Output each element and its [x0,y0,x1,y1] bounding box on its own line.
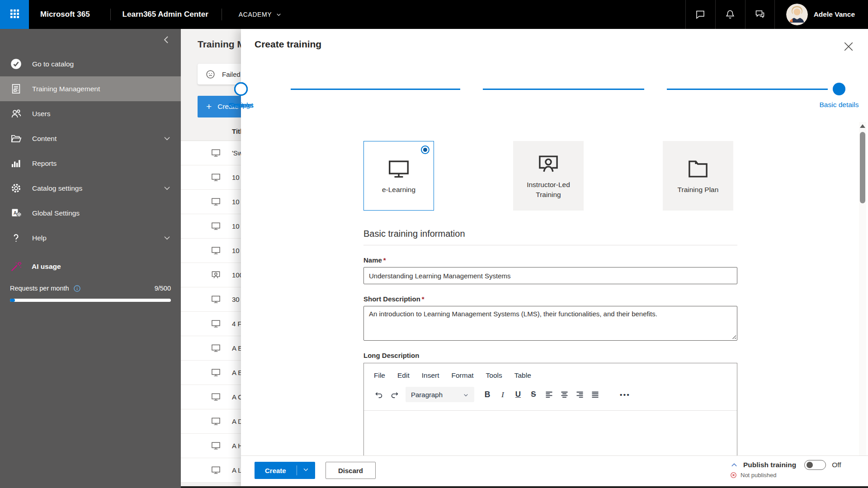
discard-button[interactable]: Discard [326,462,376,479]
monitor-icon [387,157,411,181]
editor-menu-table[interactable]: Table [510,370,535,381]
stepper-line [483,89,644,90]
short-description-field[interactable]: An introduction to Learning Management S… [363,306,737,341]
sidebar-collapse-button[interactable] [161,34,172,45]
scrollbar-up-arrow[interactable] [859,123,866,129]
type-card-instructor-led-training[interactable]: Instructor-Led Training [513,141,584,211]
editor-menu-edit[interactable]: Edit [393,370,414,381]
align-left-icon[interactable] [541,387,557,402]
progress-fill [10,299,15,302]
document-icon [10,83,22,95]
sidebar-item-go-to-catalog[interactable]: Go to catalog [0,52,181,76]
sidebar-item-content[interactable]: Content [0,126,181,151]
requests-value: 9/500 [155,285,171,292]
sidebar-item-label: Go to catalog [32,60,74,68]
chevron-up-icon[interactable] [730,461,738,469]
panel-footer: Create Discard Publish training Off Not … [241,455,868,488]
step-basic-details[interactable]: Basic details [789,83,868,109]
step-label: People [191,101,291,109]
sidebar-item-label: Help [32,234,47,242]
bar-chart-icon [10,157,22,169]
create-button[interactable]: Create [255,462,297,479]
row-title: 10 [232,222,240,230]
chat-icon [695,9,706,20]
sidebar-item-users[interactable]: Users [0,101,181,126]
editor-menubar: FileEditInsertFormatToolsTable [364,363,737,381]
chevron-down-icon [163,234,171,242]
undo-icon[interactable] [371,387,387,402]
radio-selected-icon [421,145,429,154]
sidebar-item-label: Catalog settings [32,184,82,192]
align-right-icon[interactable] [572,387,587,402]
redo-icon[interactable] [387,387,402,402]
step-label: Basic details [789,101,868,109]
topbar-icon-button[interactable] [715,0,745,29]
type-card-training-plan[interactable]: Training Plan [663,141,733,211]
strikethrough-icon[interactable]: S [526,387,541,402]
more-toolbar-icon[interactable]: ••• [616,387,634,402]
paragraph-style-select[interactable]: Paragraph [406,387,474,402]
editor-menu-format[interactable]: Format [447,370,477,381]
underline-icon[interactable]: U [510,387,526,402]
align-justify-icon[interactable] [587,387,603,402]
not-published-icon [730,472,737,479]
ai-usage-label: AI usage [32,263,61,271]
sidebar-item-training-management[interactable]: Training Management [0,76,181,101]
monitor-icon [211,148,221,158]
editor-menu-tools[interactable]: Tools [482,370,506,381]
checkmark-circle-icon [10,58,22,70]
publish-status: Not published [730,472,841,479]
long-description-field[interactable] [364,411,737,420]
sidebar-item-reports[interactable]: Reports [0,151,181,176]
create-training-panel: Create training Basic details Content Se… [241,29,868,488]
account-menu[interactable]: Adele Vance [786,0,855,29]
info-icon[interactable] [73,285,81,292]
align-center-icon[interactable] [557,387,572,402]
create-options-dropdown[interactable] [297,462,315,479]
magic-wand-icon [10,261,22,272]
scrollbar-thumb[interactable] [860,132,865,203]
topbar-icon-buttons [685,0,775,29]
sidebar: Go to catalog Training Management Users … [0,29,181,488]
short-description-label: Short Description* [363,295,737,303]
sidebar-item-help[interactable]: Help [0,225,181,250]
monitor-icon [211,367,221,378]
column-header-title: Titl [232,127,242,135]
row-title: 30 [232,296,240,303]
row-title: A L [232,466,242,474]
sidebar-item-label: Content [32,135,57,143]
window-bottom-edge [181,486,868,488]
publish-toggle[interactable] [804,460,826,470]
status-text: Not published [741,472,777,479]
section-divider [363,245,737,245]
sidebar-item-label: Reports [32,160,57,168]
required-mark: * [383,256,386,264]
folder-open-icon [10,132,22,145]
italic-icon[interactable]: I [495,387,510,402]
step-circle [234,82,248,96]
type-card-e-learning[interactable]: e-Learning [363,141,434,211]
training-type-label: Instructor-Led Training [520,180,576,200]
step-people[interactable]: People [191,83,291,109]
sidebar-nav: Go to catalog Training Management Users … [0,52,181,250]
sidebar-item-global-settings[interactable]: A Global Settings [0,201,181,225]
stepper-line [291,89,460,90]
app-launcher-button[interactable] [0,0,29,29]
row-title: 10 [232,198,240,206]
editor-menu-file[interactable]: File [370,370,389,381]
topbar-icon-button[interactable] [745,0,775,29]
editor-menu-insert[interactable]: Insert [418,370,443,381]
monitor-icon [211,392,221,402]
training-type-label: Training Plan [670,185,726,195]
editor-toolbar: Paragraph B I U S ••• [371,386,737,403]
tenant-dropdown[interactable]: ACADEMY [239,11,282,18]
bold-icon[interactable]: B [480,387,495,402]
panel-body: e-Learning Instructor-Led Training Train… [241,122,868,455]
name-field[interactable] [363,267,737,284]
chevron-down-icon [463,392,469,398]
sidebar-item-catalog-settings[interactable]: Catalog settings [0,176,181,201]
feedback-icon [755,9,765,20]
topbar-icon-button[interactable] [685,0,715,29]
monitor-icon [211,221,221,231]
long-description-label: Long Description [363,352,737,359]
